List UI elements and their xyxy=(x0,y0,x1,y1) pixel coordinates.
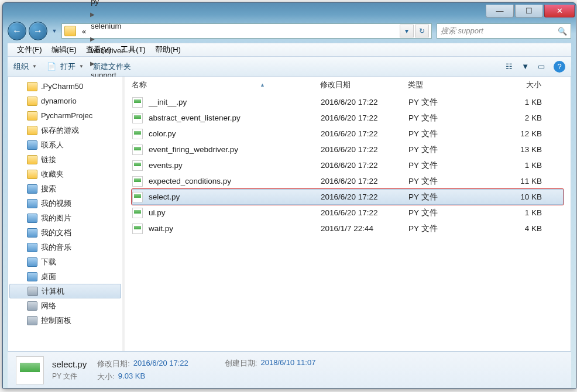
tree-item-label: dynamorio xyxy=(41,97,77,105)
details-filename: select.py xyxy=(52,359,87,369)
tree-item[interactable]: 搜索 xyxy=(8,181,122,196)
tree-item[interactable]: 我的图片 xyxy=(8,211,122,225)
file-size: 11 KB xyxy=(496,177,552,185)
file-row[interactable]: abstract_event_listener.py2016/6/20 17:2… xyxy=(132,110,564,126)
tree-item[interactable]: 桌面 xyxy=(8,269,122,284)
preview-pane-button[interactable]: ▭ xyxy=(536,61,547,72)
tree-item[interactable]: 网络 xyxy=(8,298,122,313)
folder-tree[interactable]: .PyCharm50dynamorioPycharmProjec保存的游戏联系人… xyxy=(8,77,122,351)
tree-item[interactable]: PycharmProjec xyxy=(8,108,122,123)
details-pane: select.py PY 文件 修改日期:2016/6/20 17:22 大小:… xyxy=(8,352,571,388)
tree-item[interactable]: dynamorio xyxy=(8,94,122,108)
column-date[interactable]: 修改日期 xyxy=(320,80,408,90)
organize-label: 组织 xyxy=(13,61,29,72)
views-button[interactable]: ☷ xyxy=(504,61,514,72)
menu-edit[interactable]: 编辑(E) xyxy=(47,44,81,55)
new-folder-button[interactable]: 新建文件夹 xyxy=(93,61,131,72)
menu-tools[interactable]: 工具(T) xyxy=(116,44,150,55)
tree-item[interactable]: 我的视频 xyxy=(8,196,122,211)
py-file-icon xyxy=(132,160,143,171)
file-size: 2 KB xyxy=(496,114,552,122)
column-name[interactable]: 名称▲ xyxy=(132,80,320,90)
file-row[interactable]: __init__.py2016/6/20 17:22PY 文件1 KB xyxy=(132,94,564,110)
blue-icon xyxy=(27,228,37,238)
help-button[interactable]: ? xyxy=(554,61,565,73)
chevron-right-icon[interactable]: ▶ xyxy=(88,36,97,42)
file-type: PY 文件 xyxy=(408,192,496,202)
file-name: expected_conditions.py xyxy=(149,177,231,185)
blue-icon xyxy=(27,257,37,267)
navigation-bar: ← → ▼ « selenium-2.53.6▶py▶selenium▶webd… xyxy=(8,20,571,42)
menu-view[interactable]: 查看(V) xyxy=(81,44,116,55)
tree-item[interactable]: 保存的游戏 xyxy=(8,123,122,137)
column-type[interactable]: 类型 xyxy=(408,80,496,90)
file-row[interactable]: event_firing_webdriver.py2016/6/20 17:22… xyxy=(132,142,564,157)
tree-item-label: 保存的游戏 xyxy=(41,125,79,136)
close-button[interactable]: ✕ xyxy=(544,5,575,18)
tree-item[interactable]: 下载 xyxy=(8,255,122,269)
tree-item-label: 控制面板 xyxy=(41,315,71,326)
file-row[interactable]: wait.py2016/1/7 22:44PY 文件4 KB xyxy=(132,221,564,236)
file-name: abstract_event_listener.py xyxy=(149,114,241,122)
file-date: 2016/6/20 17:22 xyxy=(321,192,408,201)
file-size: 10 KB xyxy=(496,192,552,201)
file-row[interactable]: ui.py2016/6/20 17:22PY 文件1 KB xyxy=(132,205,564,221)
maximize-button[interactable]: ☐ xyxy=(515,5,543,18)
forward-button[interactable]: → xyxy=(29,22,47,40)
tree-item[interactable]: 收藏夹 xyxy=(8,167,122,181)
menu-file[interactable]: 文件(F) xyxy=(12,44,47,55)
file-size: 12 KB xyxy=(496,129,552,138)
folder-icon xyxy=(27,155,37,164)
file-size: 1 KB xyxy=(496,98,552,106)
blue-icon xyxy=(27,140,37,150)
explorer-window: — ☐ ✕ ← → ▼ « selenium-2.53.6▶py▶seleniu… xyxy=(2,2,576,388)
menu-help[interactable]: 帮助(H) xyxy=(150,44,186,55)
history-dropdown[interactable]: ▼ xyxy=(50,24,59,38)
tree-item[interactable]: 链接 xyxy=(8,152,122,167)
file-size: 4 KB xyxy=(496,224,552,233)
tree-item[interactable]: 联系人 xyxy=(8,137,122,152)
tree-item[interactable]: .PyCharm50 xyxy=(8,79,122,94)
tree-item-label: 网络 xyxy=(41,301,56,311)
tree-item[interactable]: 我的文档 xyxy=(8,225,122,240)
file-icon xyxy=(16,356,44,384)
search-icon[interactable]: 🔍 xyxy=(558,27,567,36)
folder-icon xyxy=(64,26,76,36)
search-input[interactable]: 搜索 support 🔍 xyxy=(437,23,571,39)
tree-item[interactable]: 控制面板 xyxy=(8,313,122,328)
refresh-button[interactable]: ↻ xyxy=(415,25,429,37)
file-date: 2016/1/7 22:44 xyxy=(321,224,408,233)
open-button[interactable]: 📄 打开▼ xyxy=(46,61,84,72)
tree-item-label: 桌面 xyxy=(41,271,56,282)
breadcrumb-item[interactable]: selenium xyxy=(88,19,147,33)
content-area: .PyCharm50dynamorioPycharmProjec保存的游戏联系人… xyxy=(8,77,571,352)
chevron-right-icon[interactable]: ▶ xyxy=(88,11,97,18)
file-date: 2016/6/20 17:22 xyxy=(321,161,408,170)
file-row[interactable]: select.py2016/6/20 17:22PY 文件10 KB xyxy=(132,189,564,205)
breadcrumb-item[interactable]: py xyxy=(88,0,147,8)
file-list[interactable]: __init__.py2016/6/20 17:22PY 文件1 KBabstr… xyxy=(125,93,571,351)
organize-button[interactable]: 组织▼ xyxy=(13,61,37,72)
folder-icon xyxy=(27,111,37,121)
address-dropdown[interactable]: ▾ xyxy=(400,25,414,37)
menu-bar: 文件(F) 编辑(E) 查看(V) 工具(T) 帮助(H) xyxy=(8,43,571,57)
file-row[interactable]: color.py2016/6/20 17:22PY 文件12 KB xyxy=(132,126,564,142)
tree-item[interactable]: 计算机 xyxy=(9,284,121,298)
blue-icon xyxy=(27,184,37,194)
file-row[interactable]: events.py2016/6/20 17:22PY 文件1 KB xyxy=(132,157,564,173)
back-button[interactable]: ← xyxy=(8,22,26,40)
blue-icon xyxy=(27,214,37,223)
tree-item[interactable]: 我的音乐 xyxy=(8,240,122,255)
file-type: PY 文件 xyxy=(408,160,496,171)
breadcrumb-prefix[interactable]: « xyxy=(80,24,88,38)
tree-item-label: 计算机 xyxy=(42,286,64,297)
details-size-value: 9.03 KB xyxy=(118,372,145,382)
py-file-icon xyxy=(132,208,143,218)
address-bar[interactable]: « selenium-2.53.6▶py▶selenium▶webdriver▶… xyxy=(61,23,432,39)
minimize-button[interactable]: — xyxy=(486,5,514,18)
blue-icon xyxy=(27,199,37,208)
file-row[interactable]: expected_conditions.py2016/6/20 17:22PY … xyxy=(132,173,564,189)
new-folder-label: 新建文件夹 xyxy=(93,61,131,72)
column-size[interactable]: 大小 xyxy=(496,80,552,90)
folder-icon xyxy=(27,126,37,135)
